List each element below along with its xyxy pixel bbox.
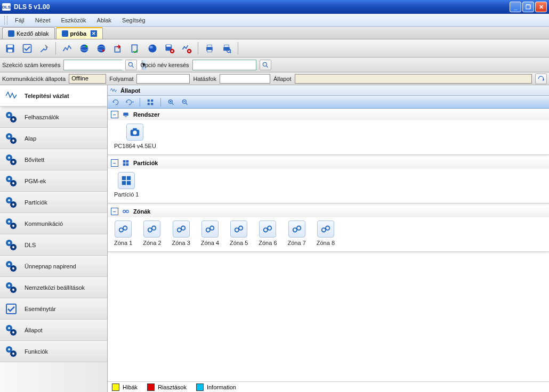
section-search-combo[interactable]: ▾ (63, 60, 122, 70)
minimize-button[interactable]: _ (510, 2, 521, 12)
menu-help[interactable]: Segítség (117, 15, 150, 26)
section-body: Partíció 1 (108, 169, 549, 203)
svg-rect-70 (151, 99, 153, 101)
gear-icon (4, 323, 18, 337)
zone-item[interactable]: Zóna 1 (114, 220, 132, 246)
sidebar-item-label: Alap (25, 135, 36, 142)
collapse-icon[interactable]: − (111, 111, 118, 118)
comm-status-label: Kommunikációk állapota (2, 76, 66, 82)
tab-start-window[interactable]: Kezdő ablak (2, 27, 55, 39)
tab-close-icon[interactable]: ✕ (91, 30, 97, 37)
toolbar-check-button[interactable] (19, 41, 35, 56)
svg-point-55 (12, 267, 14, 270)
svg-point-78 (133, 130, 137, 134)
svg-point-105 (326, 226, 329, 230)
comm-refresh-button[interactable] (535, 74, 547, 84)
content-refresh-dd-button[interactable] (124, 97, 135, 108)
svg-point-22 (129, 62, 133, 66)
svg-point-49 (8, 242, 10, 244)
svg-rect-13 (166, 45, 171, 46)
toolbar-sphere-button[interactable] (144, 41, 160, 56)
toolbar-chart-x-button[interactable] (179, 41, 195, 56)
tabbar: Kezdő ablak próba ✕ (0, 27, 549, 39)
partition-item[interactable]: Partíció 1 (114, 172, 139, 198)
toolbar-globe-down-button[interactable] (93, 41, 109, 56)
section-header: − Partíciók (108, 157, 549, 169)
sidebar-item-advanced[interactable]: Bővített (0, 149, 107, 170)
content-zoom-out-button[interactable] (179, 97, 191, 108)
sidebar-item-communication[interactable]: Kommunikáció (0, 213, 107, 234)
toolbar-separator (238, 42, 238, 55)
svg-rect-83 (126, 164, 129, 166)
toolbar-globe-up-button[interactable] (76, 41, 92, 56)
collapse-icon[interactable]: − (111, 159, 118, 167)
zone-item[interactable]: Zóna 3 (172, 220, 190, 246)
link-icon (259, 220, 276, 238)
sidebar-item-eventlog[interactable]: Eseménytár (0, 298, 107, 320)
sidebar-item-sketch[interactable]: Telepítési vázlat (0, 85, 107, 107)
system-item[interactable]: PC1864 v4.5EU (114, 124, 156, 149)
sidebar-item-pgm[interactable]: PGM-ek (0, 170, 107, 192)
link-icon (115, 220, 132, 238)
tab-proba[interactable]: próba ✕ (56, 27, 103, 39)
svg-point-29 (8, 135, 10, 137)
toolbar-chart-button[interactable] (59, 41, 75, 56)
menu-view[interactable]: Nézet (30, 15, 56, 26)
option-search-input[interactable] (192, 60, 256, 70)
toolbar-verify-button[interactable] (127, 41, 143, 56)
maximize-button[interactable]: ❐ (522, 2, 534, 12)
zones-icon (122, 208, 130, 215)
sidebar-item-basic[interactable]: Alap (0, 128, 107, 149)
gear-icon (4, 281, 18, 295)
toolbar-print-button[interactable] (201, 41, 217, 56)
svg-rect-87 (127, 181, 131, 185)
sidebar-item-status[interactable]: Állapot (0, 320, 107, 341)
svg-rect-85 (127, 176, 131, 180)
toolbar-save-x-button[interactable] (162, 41, 177, 56)
grip-icon (4, 16, 7, 24)
svg-point-66 (8, 348, 10, 350)
svg-point-99 (239, 226, 243, 230)
menu-tools[interactable]: Eszközök (55, 15, 91, 26)
section-title: Rendszer (133, 111, 160, 118)
sidebar-item-label: Funkciók (25, 348, 48, 355)
sidebar-item-partitions[interactable]: Partíciók (0, 192, 107, 213)
zone-item[interactable]: Zóna 2 (143, 220, 161, 246)
toolbar-preview-button[interactable] (219, 41, 235, 56)
option-search-button[interactable] (260, 60, 271, 70)
svg-rect-80 (123, 160, 126, 163)
svg-point-103 (297, 226, 301, 230)
sidebar-item-holiday[interactable]: Ünnepnap napirend (0, 256, 107, 277)
toolbar-save-button[interactable] (2, 41, 18, 56)
alarms-label: Riasztások (158, 384, 187, 390)
sidebar-item-functions[interactable]: Funkciók (0, 341, 107, 362)
section-search-button[interactable] (125, 60, 137, 70)
collapse-icon[interactable]: − (111, 208, 118, 215)
toolbar-tools-button[interactable] (36, 41, 52, 56)
section-title: Partíciók (133, 160, 158, 166)
sidebar-item-users[interactable]: Felhasználók (0, 107, 107, 128)
zone-item[interactable]: Zóna 8 (317, 220, 335, 246)
zone-item[interactable]: Zóna 6 (259, 220, 277, 246)
gear-icon (4, 217, 18, 231)
sidebar-item-dls[interactable]: DLS (0, 234, 107, 256)
toolbar-export-button[interactable] (110, 41, 126, 56)
svg-point-59 (12, 289, 14, 291)
close-button[interactable]: ✕ (535, 2, 547, 12)
svg-rect-82 (123, 164, 126, 166)
gear-icon (4, 195, 18, 209)
sidebar-item-international[interactable]: Nemzetközi beállítások (0, 277, 107, 298)
sidebar: Telepítési vázlat Felhasználók Alap Bőví… (0, 85, 108, 392)
menu-window[interactable]: Ablak (92, 15, 117, 26)
content-refresh-button[interactable] (110, 97, 122, 108)
section-system: − Rendszer PC1864 v4.5EU (108, 109, 549, 155)
zone-item[interactable]: Zóna 4 (201, 220, 219, 246)
menu-file[interactable]: Fájl (10, 15, 30, 26)
svg-point-64 (12, 331, 14, 333)
content-grid-button[interactable] (144, 97, 156, 108)
content-zoom-in-button[interactable] (165, 97, 177, 108)
zone-item[interactable]: Zóna 7 (288, 220, 306, 246)
svg-point-25 (8, 114, 10, 116)
svg-point-45 (8, 220, 10, 223)
zone-item[interactable]: Zóna 5 (230, 220, 248, 246)
